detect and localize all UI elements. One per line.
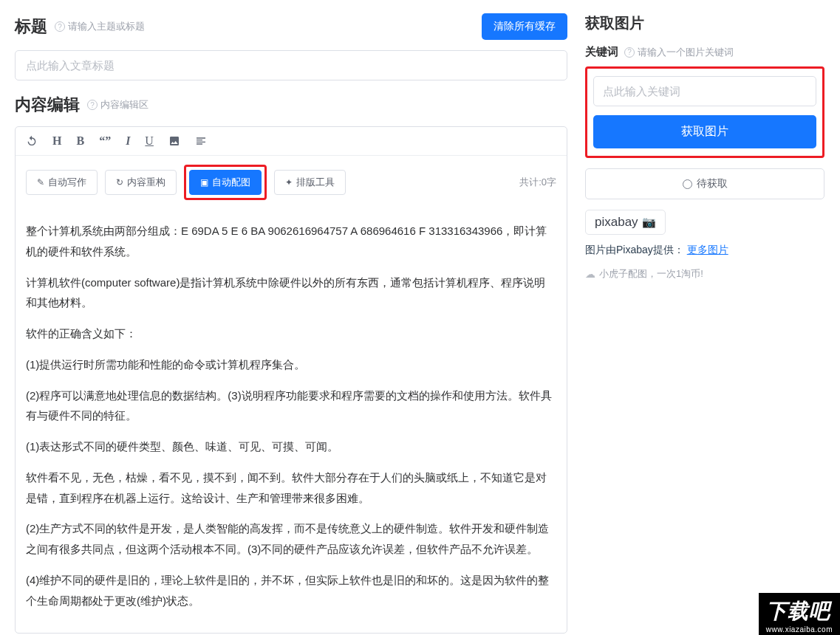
editor-box: H B “” I U ✎ 自动写作 ↻ 内容重构 [15, 126, 567, 634]
action-toolbar: ✎ 自动写作 ↻ 内容重构 ▣ 自动配图 ✦ 排版工具 共计:0字 [16, 156, 567, 209]
pending-status: 待获取 [585, 168, 824, 199]
footer-note: ☁ 小虎子配图，一次1淘币! [585, 267, 824, 281]
undo-icon[interactable] [26, 135, 38, 147]
heading-icon[interactable]: H [52, 134, 61, 148]
content-paragraph: (1)提供运行时所需功能和性能的命令或计算机程序集合。 [26, 354, 556, 375]
circle-icon [683, 179, 692, 189]
content-section-label: 内容编辑 [15, 94, 80, 116]
keyword-hint: ? 请输入一个图片关键词 [624, 46, 734, 59]
question-icon: ? [87, 100, 98, 110]
bold-icon[interactable]: B [76, 134, 84, 148]
get-image-button[interactable]: 获取图片 [593, 115, 816, 148]
get-image-title: 获取图片 [585, 13, 824, 33]
layout-tool-button[interactable]: ✦ 排版工具 [274, 170, 346, 195]
cloud-icon: ☁ [585, 268, 595, 280]
watermark: 下载吧 www.xiazaiba.com [759, 593, 840, 635]
refresh-icon: ↻ [116, 177, 123, 188]
title-section-label: 标题 [15, 16, 47, 38]
question-icon: ? [624, 47, 635, 58]
keyword-highlight-box: 获取图片 [585, 66, 824, 158]
keyword-input[interactable] [593, 76, 816, 106]
content-paragraph: 计算机软件(computer software)是指计算机系统中除硬件以外的所有… [26, 272, 556, 314]
image-icon[interactable] [168, 135, 180, 147]
content-section-header: 内容编辑 ? 内容编辑区 [15, 94, 567, 116]
auto-write-button[interactable]: ✎ 自动写作 [26, 170, 98, 195]
content-paragraph: (2)程序可以满意地处理信息的数据结构。(3)说明程序功能要求和程序需要的文档的… [26, 385, 556, 427]
keyword-row: 关键词 ? 请输入一个图片关键词 [585, 45, 824, 59]
more-images-link[interactable]: 更多图片 [687, 244, 728, 255]
left-panel: 标题 ? 请输入主题或标题 清除所有缓存 内容编辑 ? 内容编辑区 H B “” [0, 0, 576, 635]
auto-image-button[interactable]: ▣ 自动配图 [189, 170, 262, 195]
italic-icon[interactable]: I [126, 134, 130, 148]
content-area[interactable]: 整个计算机系统由两部分组成：E 69DA 5 E 6 BA 9062616964… [16, 209, 567, 633]
content-section-hint: ? 内容编辑区 [87, 98, 148, 111]
title-section-hint: ? 请输入主题或标题 [55, 20, 145, 33]
content-paragraph: 软件的正确含义如下： [26, 323, 556, 344]
quote-icon[interactable]: “” [99, 134, 111, 148]
content-paragraph: (2)生产方式不同的软件是开发，是人类智能的高发挥，而不是传统意义上的硬件制造。… [26, 518, 556, 560]
highlight-box: ▣ 自动配图 [184, 165, 267, 200]
pixabay-badge: pixabay 📷 [585, 210, 666, 235]
align-left-icon[interactable] [195, 135, 207, 147]
underline-icon[interactable]: U [145, 134, 154, 148]
keyword-label: 关键词 [585, 45, 618, 59]
picture-icon: ▣ [200, 177, 208, 188]
title-section-header: 标题 ? 请输入主题或标题 清除所有缓存 [15, 13, 567, 40]
pencil-icon: ✎ [37, 177, 44, 188]
camera-icon: 📷 [642, 216, 656, 229]
char-count: 共计:0字 [519, 176, 556, 189]
question-icon: ? [55, 21, 65, 32]
content-paragraph: (1)表达形式不同的硬件类型、颜色、味道、可见、可摸、可闻。 [26, 436, 556, 457]
content-paragraph: 整个计算机系统由两部分组成：E 69DA 5 E 6 BA 9062616964… [26, 221, 556, 262]
right-panel: 获取图片 关键词 ? 请输入一个图片关键词 获取图片 待获取 pixabay 📷… [576, 0, 835, 635]
content-paragraph: 软件看不见，无色，枯燥，看不见，摸不到，闻不到。软件大部分存在于人们的头脑或纸上… [26, 467, 556, 509]
wand-icon: ✦ [285, 177, 293, 188]
rebuild-button[interactable]: ↻ 内容重构 [105, 170, 177, 195]
article-title-input[interactable] [15, 50, 567, 80]
clear-cache-button[interactable]: 清除所有缓存 [482, 13, 567, 40]
provided-by-row: 图片由Pixabay提供： 更多图片 [585, 244, 824, 257]
format-toolbar: H B “” I U [16, 127, 567, 156]
content-paragraph: (4)维护不同的硬件是旧的，理论上软件是旧的，并不坏，但实际上软件也是旧的和坏的… [26, 570, 556, 611]
